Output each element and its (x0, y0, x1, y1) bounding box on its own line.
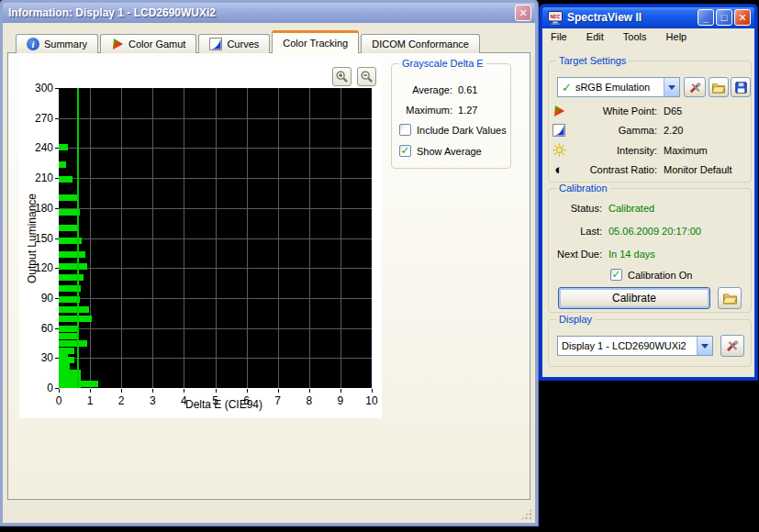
chart-bar (59, 194, 77, 201)
include-dark-values-checkbox[interactable] (399, 124, 411, 136)
tab-label: Color Tracking (283, 38, 348, 49)
menu-help[interactable]: Help (658, 28, 696, 45)
intensity-sun-icon (552, 143, 566, 157)
chart-bar (59, 161, 66, 168)
calibration-on-checkbox[interactable]: ✓ (610, 269, 622, 281)
x-tick-mark (90, 389, 91, 393)
y-tick-label: 270 (22, 112, 53, 125)
white-point-gamut-icon (552, 105, 566, 117)
y-tick-label: 0 (22, 382, 53, 394)
information-window-titlebar[interactable]: Information: Display 1 - LCD2690WUXi2 ✕ (3, 3, 535, 23)
spectraview-titlebar[interactable]: NEC SpectraView II _ □ ✕ (542, 7, 754, 28)
calibration-group: Calibration Status: Calibrated Last: 05.… (548, 188, 752, 313)
delta-e-chart-plot (59, 88, 372, 388)
y-gridline (59, 238, 372, 239)
x-tick-mark (309, 389, 310, 393)
target-settings-group: Target Settings ✓ sRGB Emulation (548, 61, 752, 183)
menu-edit[interactable]: Edit (578, 28, 612, 45)
display-combo[interactable]: Display 1 - LCD2690WUXi2 (557, 336, 713, 356)
contrast-ratio-label: Contrast Ratio: (566, 164, 657, 175)
target-load-button[interactable] (709, 77, 729, 97)
show-average-checkbox[interactable]: ✓ (399, 145, 411, 157)
y-tick-label: 300 (22, 82, 53, 94)
y-tick-mark (55, 88, 59, 89)
target-edit-button[interactable] (684, 77, 706, 97)
calibration-title: Calibration (556, 183, 610, 194)
average-line (77, 88, 79, 388)
tab-color-gamut[interactable]: Color Gamut (100, 34, 196, 53)
gamma-value: 2.20 (664, 125, 683, 136)
menu-tools[interactable]: Tools (615, 28, 655, 45)
x-tick-label: 10 (358, 394, 385, 407)
tab-color-tracking[interactable]: Color Tracking (272, 30, 359, 53)
average-label: Average: (399, 84, 452, 95)
curves-icon (209, 38, 222, 50)
x-tick-label: 0 (45, 394, 73, 407)
app-icon: NEC (548, 11, 564, 25)
contrast-icon: ◐ (552, 162, 566, 176)
combo-dropdown-button[interactable] (664, 78, 679, 96)
white-point-label: White Point: (566, 105, 657, 116)
info-icon: i (27, 38, 39, 50)
tab-label: Summary (44, 39, 87, 50)
next-due-value: In 14 days (608, 249, 655, 260)
maximum-value: 1.27 (458, 105, 477, 116)
grayscale-group-title: Grayscale Delta E (399, 58, 486, 69)
spectraview-body: Target Settings ✓ sRGB Emulation (542, 47, 754, 377)
calibrate-button-label: Calibrate (612, 292, 656, 305)
calibration-load-button[interactable] (718, 287, 742, 309)
display-settings-button[interactable] (720, 335, 744, 357)
y-gridline (59, 118, 372, 119)
zoom-out-button[interactable] (357, 67, 376, 86)
zoom-in-button[interactable] (332, 67, 352, 86)
close-icon[interactable]: ✕ (734, 9, 751, 26)
menubar: File Edit Tools Help (542, 28, 754, 47)
y-tick-mark (55, 118, 59, 119)
x-tick-mark (184, 389, 184, 393)
color-gamut-icon (111, 38, 124, 50)
next-due-label: Next Due: (554, 249, 602, 260)
x-tick-label: 8 (296, 394, 323, 407)
chart-bar (59, 333, 77, 339)
folder-open-icon (711, 82, 726, 94)
x-tick-label: 1 (76, 394, 104, 407)
white-point-value: D65 (664, 105, 682, 116)
tab-curves[interactable]: Curves (198, 34, 270, 53)
check-icon: ✓ (562, 81, 572, 94)
chart-bar (59, 144, 68, 150)
tools-icon (688, 81, 702, 94)
resize-grip[interactable] (520, 508, 532, 520)
show-average-label: Show Average (417, 146, 482, 157)
svg-text:NEC: NEC (551, 14, 561, 19)
x-tick-mark (372, 389, 373, 393)
y-tick-mark (55, 388, 59, 389)
combo-dropdown-button[interactable] (697, 337, 712, 355)
calibrate-button[interactable]: Calibrate (558, 287, 710, 309)
intensity-value: Maximum (664, 145, 708, 156)
chart-bar (59, 274, 84, 281)
display-group-title: Display (556, 314, 595, 325)
x-axis-title: Delta E (CIE94) (151, 398, 297, 411)
maximize-icon[interactable]: □ (716, 9, 732, 26)
y-gridline (59, 268, 372, 269)
maximum-label: Maximum: (399, 105, 452, 116)
display-group: Display Display 1 - LCD2690WUXi2 (548, 319, 752, 367)
x-tick-label: 9 (327, 394, 354, 407)
minimize-icon[interactable]: _ (698, 9, 714, 26)
y-tick-label: 30 (22, 351, 53, 364)
tools-icon (725, 338, 740, 353)
tab-summary[interactable]: i Summary (16, 34, 98, 53)
color-tracking-page: 0123456789100306090120150180210240270300… (7, 52, 530, 500)
x-tick-mark (278, 389, 279, 393)
menu-file[interactable]: File (542, 28, 575, 45)
close-icon[interactable]: ✕ (515, 5, 531, 21)
last-value: 05.06.2009 20:17:00 (608, 226, 701, 237)
gamma-curve-icon (552, 124, 566, 137)
y-tick-label: 60 (22, 322, 53, 335)
target-save-button[interactable] (731, 77, 751, 97)
x-tick-mark (152, 389, 153, 393)
y-gridline (59, 328, 372, 329)
target-preset-combo[interactable]: ✓ sRGB Emulation (557, 77, 680, 97)
information-window: Information: Display 1 - LCD2690WUXi2 ✕ … (0, 0, 538, 526)
tab-dicom-conformance[interactable]: DICOM Conformance (361, 34, 480, 53)
